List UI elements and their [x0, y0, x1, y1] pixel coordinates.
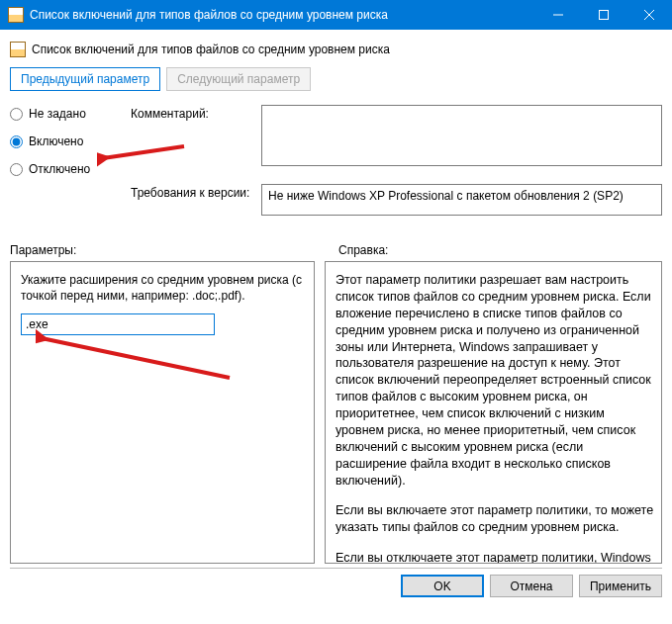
policy-icon: [10, 42, 26, 57]
help-paragraph: Если вы включаете этот параметр политики…: [336, 502, 655, 536]
radio-disabled-input[interactable]: [10, 163, 23, 176]
radio-enabled[interactable]: Включено: [10, 134, 127, 148]
help-section-label: Справка:: [338, 243, 662, 257]
help-paragraph: Этот параметр политики разрешает вам нас…: [336, 272, 655, 489]
radio-not-configured[interactable]: Не задано: [10, 107, 127, 121]
svg-rect-1: [600, 11, 609, 20]
radio-enabled-label: Включено: [29, 134, 83, 148]
extensions-hint: Укажите расширения со средним уровнем ри…: [21, 272, 304, 304]
close-button[interactable]: [626, 0, 672, 30]
radio-disabled-label: Отключено: [29, 162, 90, 176]
comment-label: Комментарий:: [131, 105, 257, 121]
cancel-button[interactable]: Отмена: [490, 575, 573, 597]
parameters-panel: Укажите расширения со средним уровнем ри…: [10, 261, 315, 564]
extensions-input[interactable]: [21, 313, 215, 335]
radio-enabled-input[interactable]: [10, 135, 23, 148]
apply-button-label: Применить: [590, 579, 651, 593]
policy-header-text: Список включений для типов файлов со сре…: [32, 43, 390, 56]
previous-setting-button[interactable]: Предыдущий параметр: [10, 67, 160, 91]
help-paragraph: Если вы отключаете этот параметр политик…: [336, 550, 655, 564]
maximize-button[interactable]: [581, 0, 626, 30]
help-panel[interactable]: Этот параметр политики разрешает вам нас…: [325, 261, 662, 564]
next-setting-button: Следующий параметр: [166, 67, 311, 91]
apply-button[interactable]: Применить: [579, 575, 662, 597]
cancel-button-label: Отмена: [510, 579, 552, 593]
ok-button[interactable]: OK: [401, 575, 484, 597]
comment-textarea[interactable]: [261, 105, 662, 166]
policy-header: Список включений для типов файлов со сре…: [10, 38, 662, 67]
app-icon: [8, 7, 24, 23]
radio-not-configured-label: Не задано: [29, 107, 86, 121]
radio-disabled[interactable]: Отключено: [10, 162, 127, 176]
radio-not-configured-input[interactable]: [10, 108, 23, 121]
version-req-box[interactable]: Не ниже Windows XP Professional с пакето…: [261, 184, 662, 216]
parameters-section-label: Параметры:: [10, 243, 315, 257]
ok-button-label: OK: [433, 579, 450, 593]
minimize-button[interactable]: [535, 0, 581, 30]
version-req-text: Не ниже Windows XP Professional с пакето…: [268, 189, 624, 203]
version-req-label: Требования к версии:: [131, 184, 257, 200]
next-setting-label: Следующий параметр: [177, 72, 300, 86]
titlebar: Список включений для типов файлов со сре…: [0, 0, 672, 30]
previous-setting-label: Предыдущий параметр: [21, 72, 149, 86]
window-title: Список включений для типов файлов со сре…: [30, 8, 535, 22]
